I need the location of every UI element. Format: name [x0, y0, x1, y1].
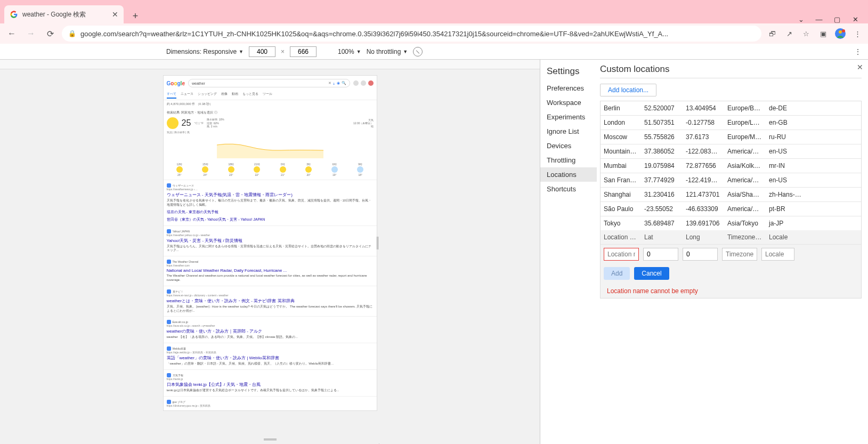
- search-tab[interactable]: ショッピング: [198, 92, 217, 99]
- back-button[interactable]: ←: [4, 26, 19, 41]
- timezone-input[interactable]: [722, 248, 757, 261]
- resize-handle-corner[interactable]: [375, 442, 380, 444]
- search-result[interactable]: Weblio辞書https://ejje.weblio.jp › 英和辞典・和英…: [164, 343, 377, 369]
- table-row[interactable]: London51.507351-0.127758Europe/Lon...en-…: [601, 116, 861, 130]
- window-controls: ⌄ — ▢ ✕: [797, 15, 868, 23]
- settings-nav-devices[interactable]: Devices: [540, 139, 597, 153]
- sidepanel-icon[interactable]: ▣: [817, 27, 830, 40]
- settings-nav-preferences[interactable]: Preferences: [540, 81, 597, 95]
- viewport-area: Google weather ✕ ⫰ ◉ 🔍 すべてニュースショッピング画像動: [0, 60, 540, 444]
- settings-nav-experiments[interactable]: Experiments: [540, 110, 597, 124]
- table-row[interactable]: Moscow55.75582637.6173Europe/Mo...ru-RU: [601, 130, 861, 144]
- search-result[interactable]: 天気予報https://tenki.jp日本気象協会 tenki.jp【公式】/…: [164, 369, 377, 396]
- search-tab[interactable]: ニュース: [181, 92, 193, 99]
- close-panel-icon[interactable]: ✕: [855, 63, 865, 72]
- settings-nav-workspace[interactable]: Workspace: [540, 95, 597, 110]
- hour-forecast[interactable]: 3時20°: [296, 163, 322, 176]
- account-icon[interactable]: [368, 80, 374, 86]
- temp-unit[interactable]: °C | °F: [194, 122, 204, 125]
- minimize-icon[interactable]: —: [815, 15, 823, 23]
- maximize-icon[interactable]: ▢: [833, 15, 841, 23]
- reload-button[interactable]: ⟳: [43, 26, 58, 41]
- table-row[interactable]: São Paulo-23.55052-46.633309America/Sa..…: [601, 202, 861, 216]
- table-row[interactable]: San Francisco37.774929-122.419416America…: [601, 173, 861, 188]
- resize-handle-bottom[interactable]: [264, 439, 277, 441]
- search-tab[interactable]: すべて: [167, 92, 176, 99]
- weather-subtabs[interactable]: 気温 | 降水確率 | 風: [167, 131, 374, 134]
- hour-forecast[interactable]: 0時21°: [270, 163, 296, 176]
- svg-point-3: [842, 29, 845, 33]
- dimensions-dropdown[interactable]: Dimensions: Responsive ▼: [166, 48, 244, 55]
- search-tab[interactable]: 画像: [221, 92, 228, 99]
- apps-icon[interactable]: [361, 80, 366, 86]
- lon-input[interactable]: [683, 248, 718, 261]
- weather-location: 検索結果: 関東地方・地域を選択 ⓘ: [167, 110, 374, 115]
- search-tab[interactable]: ツール: [263, 92, 272, 99]
- chevron-down-icon[interactable]: ⌄: [797, 15, 805, 23]
- lat-input[interactable]: [643, 248, 678, 261]
- share-icon[interactable]: ↗: [783, 27, 796, 40]
- new-tab-button[interactable]: +: [128, 9, 143, 23]
- menu-icon[interactable]: ⋮: [851, 27, 864, 40]
- settings-nav: Settings PreferencesWorkspaceExperiments…: [540, 60, 597, 444]
- browser-tab[interactable]: weather - Google 検索 ✕: [4, 5, 124, 23]
- search-result[interactable]: Eow.alc.co.jphttps://eow.alc.co.jp › sea…: [164, 316, 377, 343]
- error-message: Location name cannot be empty: [604, 284, 701, 295]
- search-tab[interactable]: 動画: [232, 92, 238, 99]
- search-box[interactable]: weather ✕ ⫰ ◉ 🔍: [188, 79, 350, 87]
- table-row[interactable]: Berlin52.52000713.404954Europe/Berlinde-…: [601, 101, 861, 116]
- google-logo[interactable]: Google: [167, 80, 185, 86]
- lock-icon: 🔒: [68, 30, 76, 37]
- zoom-dropdown[interactable]: 100% ▼: [338, 48, 361, 55]
- settings-nav-throttling[interactable]: Throttling: [540, 153, 597, 167]
- settings-nav-locations[interactable]: Locations: [540, 167, 597, 182]
- settings-nav-shortcuts[interactable]: Shortcuts: [540, 182, 597, 196]
- panel-title: Custom locations: [600, 64, 862, 78]
- height-input[interactable]: [290, 46, 317, 57]
- settings-icon[interactable]: [353, 80, 359, 86]
- forward-button[interactable]: →: [23, 26, 38, 41]
- search-tab[interactable]: もっと見る: [242, 92, 258, 99]
- locale-input[interactable]: [761, 248, 794, 261]
- browser-toolbar: ← → ⟳ 🔒 google.com/search?q=weather&rlz=…: [0, 23, 868, 44]
- search-result[interactable]: 英ナビ！https://www.ei-navi.jp › dictionary …: [164, 286, 377, 317]
- search-result[interactable]: The Weather Channelhttps://weather.comNa…: [164, 256, 377, 286]
- hour-forecast[interactable]: 9時18°: [347, 163, 374, 176]
- cancel-button[interactable]: Cancel: [634, 267, 669, 280]
- clear-icon[interactable]: ✕: [328, 81, 331, 85]
- device-toolbar-menu-icon[interactable]: ⋮: [854, 47, 862, 56]
- bookmark-icon[interactable]: ☆: [800, 27, 813, 40]
- hour-forecast[interactable]: 15時24°: [192, 163, 218, 176]
- location-name-input[interactable]: [604, 248, 639, 261]
- throttling-dropdown[interactable]: No throttling ▼: [367, 48, 408, 55]
- mic-icon[interactable]: ⫰: [333, 82, 335, 85]
- emulated-page[interactable]: Google weather ✕ ⫰ ◉ 🔍 すべてニュースショッピング画像動: [164, 76, 377, 410]
- temperature-chart: [167, 137, 374, 158]
- resize-handle-right[interactable]: [377, 237, 379, 249]
- settings-nav-ignore-list[interactable]: Ignore List: [540, 124, 597, 139]
- width-input[interactable]: [249, 46, 275, 57]
- close-window-icon[interactable]: ✕: [851, 15, 859, 23]
- translate-icon[interactable]: 🗗: [766, 27, 778, 40]
- profile-avatar[interactable]: [834, 27, 847, 40]
- table-row[interactable]: Shanghai31.230416121.473701Asia/Shang...…: [601, 188, 861, 202]
- address-bar[interactable]: 🔒 google.com/search?q=weather&rlz=1C1YTU…: [62, 26, 761, 42]
- search-result[interactable]: ウェザーニュースhttps://weathernews.jp › ...ウェザー…: [164, 180, 377, 225]
- rotate-icon[interactable]: [413, 47, 423, 56]
- hour-forecast[interactable]: 12時25°: [167, 163, 193, 176]
- search-result[interactable]: goo ブログhttps://dictionary.goo.ne.jp › 英和…: [164, 396, 377, 410]
- search-icon[interactable]: 🔍: [342, 81, 346, 85]
- table-row[interactable]: Mumbai19.07598472.877656Asia/Kolkatamr-I…: [601, 159, 861, 173]
- table-row[interactable]: Tokyo35.689487139.691706Asia/Tokyoja-JP: [601, 216, 861, 230]
- close-tab-icon[interactable]: ✕: [112, 10, 118, 19]
- google-favicon-icon: [10, 10, 18, 19]
- add-location-button[interactable]: Add location...: [600, 84, 656, 96]
- hour-forecast[interactable]: 6時19°: [322, 163, 348, 176]
- hour-forecast[interactable]: 18時23°: [218, 163, 245, 176]
- add-button[interactable]: Add: [604, 267, 630, 280]
- table-row[interactable]: Mountain V...37.386052-122.083851America…: [601, 144, 861, 159]
- lens-icon[interactable]: ◉: [337, 81, 340, 85]
- hour-forecast[interactable]: 21時22°: [244, 163, 270, 176]
- search-query: weather: [192, 82, 327, 85]
- search-result[interactable]: Yahoo! JAPANhttps://weather.yahoo.co.jp …: [164, 225, 377, 256]
